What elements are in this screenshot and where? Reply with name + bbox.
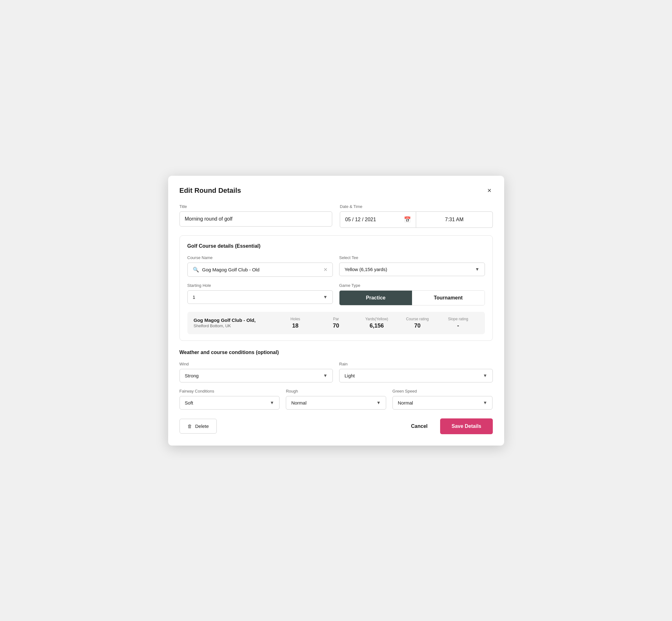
cancel-button[interactable]: Cancel	[405, 419, 434, 433]
select-tee-value: Yellow (6,156 yards)	[344, 266, 387, 272]
course-name-label: Course Name	[187, 255, 333, 260]
fairway-label: Fairway Conditions	[179, 389, 280, 394]
fairway-dropdown[interactable]: Soft ▼	[179, 396, 280, 410]
starting-hole-group: Starting Hole 1 ▼	[187, 283, 333, 305]
time-field[interactable]: 7:31 AM	[416, 211, 493, 228]
yards-label: Yards(Yellow)	[356, 317, 397, 321]
course-info-name-block: Gog Magog Golf Club - Old, Shelford Bott…	[194, 318, 275, 328]
chevron-down-icon-7: ▼	[483, 400, 488, 405]
top-row: Title Date & Time 05 / 12 / 2021 📅 7:31 …	[179, 204, 493, 228]
chevron-down-icon-4: ▼	[483, 373, 488, 378]
game-type-label: Game Type	[339, 283, 485, 288]
title-field-group: Title	[179, 204, 333, 228]
save-button[interactable]: Save Details	[440, 418, 493, 434]
chevron-down-icon-6: ▼	[376, 400, 381, 405]
title-input[interactable]	[179, 211, 333, 226]
chevron-down-icon-5: ▼	[270, 400, 274, 405]
wind-rain-row: Wind Strong ▼ Rain Light ▼	[179, 362, 493, 382]
course-rating-value: 70	[397, 323, 438, 329]
course-fields-row: Course Name 🔍 ✕ Select Tee Yellow (6,156…	[187, 255, 485, 277]
slope-rating-label: Slope rating	[438, 317, 478, 321]
chevron-down-icon: ▼	[475, 266, 479, 272]
rain-group: Rain Light ▼	[339, 362, 493, 382]
weather-title: Weather and course conditions (optional)	[179, 349, 493, 355]
game-fields-row: Starting Hole 1 ▼ Game Type Practice Tou…	[187, 283, 485, 305]
rough-label: Rough	[286, 389, 386, 394]
practice-toggle[interactable]: Practice	[339, 291, 412, 305]
chevron-down-icon-2: ▼	[323, 294, 328, 299]
yards-value: 6,156	[356, 323, 397, 329]
date-time-group: 05 / 12 / 2021 📅 7:31 AM	[340, 211, 493, 228]
date-field[interactable]: 05 / 12 / 2021 📅	[340, 211, 416, 228]
course-rating-stat: Course rating 70	[397, 317, 438, 329]
rough-group: Rough Normal ▼	[286, 389, 386, 410]
date-value: 05 / 12 / 2021	[345, 217, 376, 222]
fairway-value: Soft	[185, 400, 194, 406]
wind-dropdown[interactable]: Strong ▼	[179, 369, 333, 382]
tournament-toggle[interactable]: Tournament	[412, 291, 485, 305]
green-speed-dropdown[interactable]: Normal ▼	[392, 396, 493, 410]
course-info-location: Shelford Bottom, UK	[194, 323, 275, 328]
edit-round-modal: Edit Round Details × Title Date & Time 0…	[168, 176, 504, 446]
green-speed-label: Green Speed	[392, 389, 493, 394]
wind-value: Strong	[185, 373, 199, 378]
title-label: Title	[179, 204, 333, 209]
chevron-down-icon-3: ▼	[323, 373, 328, 378]
course-rating-label: Course rating	[397, 317, 438, 321]
rain-label: Rain	[339, 362, 493, 366]
select-tee-group: Select Tee Yellow (6,156 yards) ▼	[339, 255, 485, 277]
par-value: 70	[316, 323, 356, 329]
time-value: 7:31 AM	[445, 217, 464, 222]
rain-value: Light	[344, 373, 355, 378]
footer-row: 🗑 Delete Cancel Save Details	[179, 418, 493, 434]
datetime-field-group: Date & Time 05 / 12 / 2021 📅 7:31 AM	[340, 204, 493, 228]
course-yards-stat: Yards(Yellow) 6,156	[356, 317, 397, 329]
search-icon: 🔍	[193, 266, 199, 273]
modal-title: Edit Round Details	[179, 187, 241, 195]
course-info-row: Gog Magog Golf Club - Old, Shelford Bott…	[187, 312, 485, 334]
game-type-toggle: Practice Tournament	[339, 290, 485, 305]
delete-button[interactable]: 🗑 Delete	[179, 419, 217, 433]
conditions-row: Fairway Conditions Soft ▼ Rough Normal ▼…	[179, 389, 493, 410]
fairway-group: Fairway Conditions Soft ▼	[179, 389, 280, 410]
delete-label: Delete	[195, 423, 209, 429]
holes-value: 18	[275, 323, 316, 329]
course-holes-stat: Holes 18	[275, 317, 316, 329]
footer-right: Cancel Save Details	[405, 418, 493, 434]
close-button[interactable]: ×	[486, 186, 493, 195]
course-info-name: Gog Magog Golf Club - Old,	[194, 318, 275, 323]
green-speed-group: Green Speed Normal ▼	[392, 389, 493, 410]
calendar-icon: 📅	[404, 216, 411, 223]
datetime-label: Date & Time	[340, 204, 493, 209]
weather-section: Weather and course conditions (optional)…	[179, 349, 493, 410]
modal-header: Edit Round Details ×	[179, 186, 493, 195]
select-tee-dropdown[interactable]: Yellow (6,156 yards) ▼	[339, 262, 485, 276]
slope-rating-value: -	[438, 323, 478, 329]
starting-hole-dropdown[interactable]: 1 ▼	[187, 290, 333, 304]
rough-dropdown[interactable]: Normal ▼	[286, 396, 386, 410]
course-name-input[interactable]	[202, 267, 321, 272]
select-tee-label: Select Tee	[339, 255, 485, 260]
course-par-stat: Par 70	[316, 317, 356, 329]
green-speed-value: Normal	[398, 400, 413, 406]
wind-group: Wind Strong ▼	[179, 362, 333, 382]
rain-dropdown[interactable]: Light ▼	[339, 369, 493, 382]
holes-label: Holes	[275, 317, 316, 321]
par-label: Par	[316, 317, 356, 321]
course-name-group: Course Name 🔍 ✕	[187, 255, 333, 277]
game-type-group: Game Type Practice Tournament	[339, 283, 485, 305]
wind-label: Wind	[179, 362, 333, 366]
rough-value: Normal	[291, 400, 306, 406]
trash-icon: 🗑	[187, 423, 192, 429]
starting-hole-label: Starting Hole	[187, 283, 333, 288]
course-name-input-wrap[interactable]: 🔍 ✕	[187, 262, 333, 277]
clear-icon[interactable]: ✕	[323, 266, 328, 273]
golf-section-title: Golf Course details (Essential)	[187, 243, 485, 249]
slope-rating-stat: Slope rating -	[438, 317, 478, 329]
starting-hole-value: 1	[193, 294, 195, 300]
golf-course-section: Golf Course details (Essential) Course N…	[179, 236, 493, 341]
